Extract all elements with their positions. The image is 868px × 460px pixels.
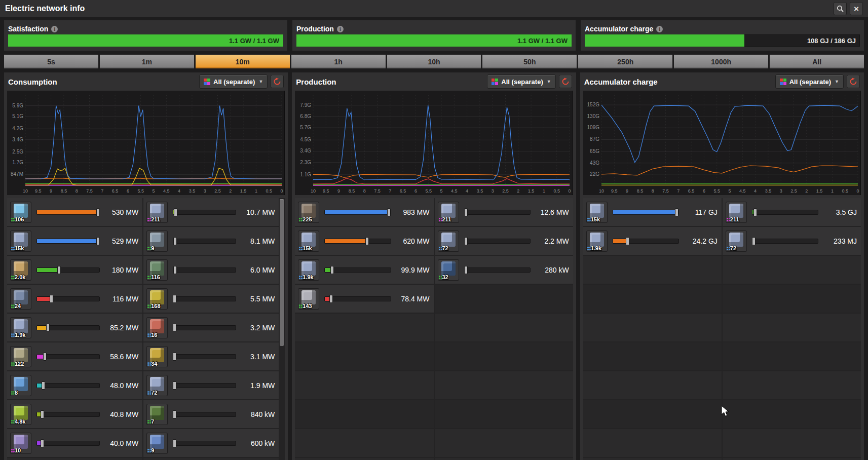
production-item-row[interactable]: 722.2 MW bbox=[435, 227, 573, 256]
consumption-chart[interactable]: 5.9G5.1G4.2G3.4G2.5G1.7G847M109.598.587.… bbox=[7, 91, 285, 195]
entity-icon[interactable]: 1.9k bbox=[10, 317, 31, 338]
consumption-item-row[interactable]: 163.2 MW bbox=[143, 314, 279, 342]
entity-icon[interactable]: 122 bbox=[10, 346, 31, 367]
accumulator-charge-item-row[interactable]: 15k117 GJ bbox=[583, 198, 722, 227]
svg-text:9: 9 bbox=[50, 188, 52, 194]
entity-icon[interactable]: 10 bbox=[10, 433, 31, 454]
entity-icon[interactable]: 72 bbox=[146, 375, 168, 396]
consumption-item-row[interactable]: 24116 MW bbox=[7, 285, 142, 314]
consumption-item-row[interactable]: 343.1 MW bbox=[143, 342, 279, 371]
consumption-item-row[interactable]: 2.0k180 MW bbox=[7, 256, 142, 285]
consumption-item-row[interactable]: 1.9k85.2 MW bbox=[7, 314, 142, 342]
satisfaction-value: 1.1 GW / 1.1 GW bbox=[229, 34, 279, 47]
consumption-filter-dropdown[interactable]: All (separate) ▼ bbox=[199, 74, 268, 89]
entity-icon[interactable]: 15k bbox=[10, 231, 31, 252]
entity-icon[interactable]: 211 bbox=[146, 202, 168, 223]
accumulator-charge-item-row[interactable]: 2113.5 GJ bbox=[723, 198, 861, 227]
time-button-10h[interactable]: 10h bbox=[387, 55, 481, 68]
entity-icon[interactable]: 15k bbox=[586, 202, 608, 223]
time-button-5s[interactable]: 5s bbox=[4, 55, 98, 68]
accumulator-charge-item-row[interactable]: 1.9k24.2 GJ bbox=[583, 227, 722, 256]
entity-count: 7 bbox=[151, 418, 154, 425]
production-item-row[interactable]: 21112.6 MW bbox=[435, 198, 573, 227]
consumption-item-row[interactable]: 15k529 MW bbox=[7, 227, 142, 256]
consumption-item-row[interactable]: 9600 kW bbox=[143, 429, 279, 458]
usage-slider bbox=[173, 441, 236, 446]
entity-icon[interactable]: 24 bbox=[10, 288, 31, 310]
consumption-item-row[interactable]: 4.8k40.8 MW bbox=[7, 400, 142, 429]
search-button[interactable] bbox=[834, 2, 847, 15]
usage-value: 58.6 MW bbox=[105, 353, 138, 361]
scrollbar-thumb[interactable] bbox=[280, 199, 284, 346]
entity-icon[interactable]: 225 bbox=[298, 202, 319, 223]
consumption-chart-canvas[interactable]: 5.9G5.1G4.2G3.4G2.5G1.7G847M109.598.587.… bbox=[7, 91, 284, 195]
entity-icon[interactable]: 1.9k bbox=[586, 231, 608, 252]
info-icon[interactable]: i bbox=[51, 26, 58, 32]
production-reset-button[interactable] bbox=[559, 75, 572, 88]
accumulator-chart-canvas[interactable]: 152G130G109G87G65G43G22G109.598.587.576.… bbox=[583, 91, 860, 195]
consumption-item-row[interactable]: 7840 kW bbox=[143, 400, 279, 429]
accumulator-chart[interactable]: 152G130G109G87G65G43G22G109.598.587.576.… bbox=[583, 91, 861, 195]
production-item-row[interactable]: 225983 MW bbox=[295, 198, 433, 227]
info-icon[interactable]: i bbox=[337, 26, 344, 32]
svg-text:3.4G: 3.4G bbox=[12, 137, 23, 142]
close-button[interactable]: × bbox=[850, 2, 863, 15]
entity-icon[interactable]: 9 bbox=[146, 231, 168, 252]
entity-icon[interactable]: 211 bbox=[726, 202, 747, 223]
time-button-1h[interactable]: 1h bbox=[291, 55, 386, 68]
entity-icon[interactable]: 72 bbox=[726, 231, 747, 252]
svg-text:5: 5 bbox=[728, 188, 731, 194]
entity-icon[interactable]: 168 bbox=[146, 288, 168, 310]
production-item-row[interactable]: 14378.4 MW bbox=[295, 285, 433, 314]
entity-icon[interactable]: 106 bbox=[10, 202, 31, 223]
entity-icon[interactable]: 34 bbox=[146, 346, 168, 367]
consumption-item-row[interactable]: 1685.5 MW bbox=[143, 285, 279, 314]
entity-icon[interactable]: 72 bbox=[438, 231, 459, 252]
accumulator-charge-item-row[interactable]: 72233 MJ bbox=[723, 227, 861, 256]
accumulator-filter-dropdown[interactable]: All (separate) ▼ bbox=[775, 74, 844, 89]
production-item-row[interactable]: 32280 kW bbox=[435, 256, 573, 285]
time-button-250h[interactable]: 250h bbox=[578, 55, 672, 68]
consumption-scrollbar[interactable] bbox=[279, 198, 285, 460]
entity-icon[interactable]: 143 bbox=[298, 288, 319, 310]
time-button-1m[interactable]: 1m bbox=[100, 55, 194, 68]
empty-row-slot bbox=[295, 400, 433, 429]
consumption-item-row[interactable]: 1040.0 MW bbox=[7, 429, 142, 458]
consumption-item-row[interactable]: 848.0 MW bbox=[7, 371, 142, 400]
production-item-row[interactable]: 1.9k99.9 MW bbox=[295, 256, 433, 285]
entity-icon[interactable]: 15k bbox=[298, 231, 319, 252]
consumption-item-row[interactable]: 721.9 MW bbox=[143, 371, 279, 400]
time-button-50h[interactable]: 50h bbox=[482, 55, 577, 68]
usage-slider bbox=[36, 296, 100, 301]
svg-text:43G: 43G bbox=[590, 160, 599, 166]
info-icon[interactable]: i bbox=[656, 26, 663, 32]
usage-slider bbox=[36, 210, 100, 215]
slider-thumb bbox=[464, 237, 468, 245]
entity-icon[interactable]: 16 bbox=[146, 317, 168, 338]
time-button-All[interactable]: All bbox=[770, 55, 864, 68]
production-filter-dropdown[interactable]: All (separate) ▼ bbox=[487, 74, 555, 89]
entity-icon[interactable]: 4.8k bbox=[10, 404, 31, 425]
consumption-item-row[interactable]: 106530 MW bbox=[7, 198, 142, 227]
production-chart[interactable]: 7.9G6.8G5.7G4.5G3.4G2.3G1.1G109.598.587.… bbox=[295, 91, 573, 195]
consumption-item-row[interactable]: 98.1 MW bbox=[143, 227, 279, 256]
entity-icon[interactable]: 7 bbox=[146, 404, 168, 425]
entity-icon[interactable]: 2.0k bbox=[10, 259, 31, 281]
entity-icon[interactable]: 9 bbox=[146, 433, 168, 454]
entity-icon[interactable]: 116 bbox=[146, 259, 168, 281]
consumption-item-row[interactable]: 12258.6 MW bbox=[7, 342, 142, 371]
entity-count: 15k bbox=[591, 216, 600, 222]
time-button-10m[interactable]: 10m bbox=[196, 55, 290, 68]
consumption-reset-button[interactable] bbox=[271, 75, 284, 88]
production-chart-canvas[interactable]: 7.9G6.8G5.7G4.5G3.4G2.3G1.1G109.598.587.… bbox=[295, 91, 572, 195]
entity-icon[interactable]: 32 bbox=[438, 259, 459, 281]
entity-icon[interactable]: 8 bbox=[10, 375, 31, 396]
production-item-row[interactable]: 15k620 MW bbox=[295, 227, 433, 256]
consumption-item-row[interactable]: 1166.0 MW bbox=[143, 256, 279, 285]
entity-icon[interactable]: 211 bbox=[438, 202, 459, 223]
accumulator-reset-button[interactable] bbox=[847, 75, 860, 88]
time-button-1000h[interactable]: 1000h bbox=[674, 55, 768, 68]
consumption-item-row[interactable]: 21110.7 MW bbox=[143, 198, 279, 227]
titlebar[interactable]: Electric network info × bbox=[0, 0, 868, 17]
entity-icon[interactable]: 1.9k bbox=[298, 259, 319, 281]
